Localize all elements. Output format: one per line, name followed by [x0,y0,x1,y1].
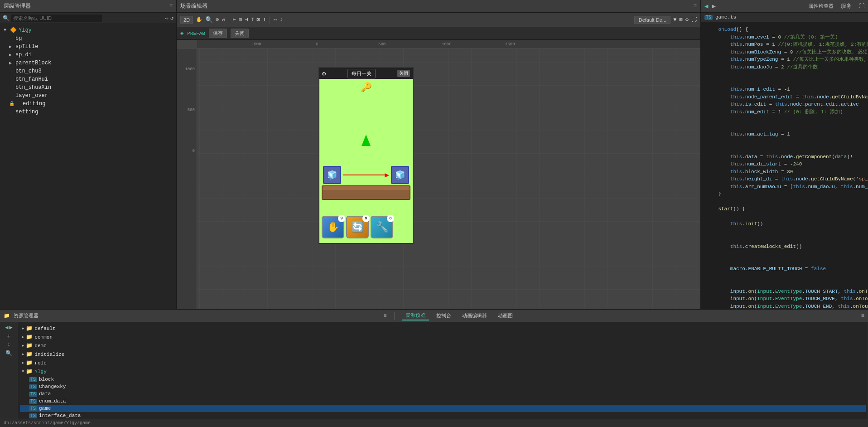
asset-item-ylgy[interactable]: ▼ 📁 Ylgy [20,367,866,376]
code-line-18: this.createBlocks_edit() [703,243,866,251]
code-line-20: input.on(Input.EventType.TOUCH_START, th… [703,288,866,296]
tab-animation-graph[interactable]: 动画图 [494,311,516,320]
tree-item-bg[interactable]: bg [0,34,176,43]
asset-item-role[interactable]: ▶ 📁 role [20,359,866,367]
rotate-icon[interactable]: ↺ [222,16,225,23]
tree-item-setting[interactable]: setting [0,108,176,116]
prefab-bar: ◈ PREFAB 保存 关闭 [177,27,700,40]
block-row: 🧊 ▶ 🧊 [323,166,409,184]
asset-item-common[interactable]: ▶ 📁 common [20,333,866,341]
prefab-label: PREFAB [187,31,205,36]
add-asset-icon[interactable]: + [7,333,10,340]
asset-label-data: data [39,391,51,397]
align-top-icon[interactable]: ⊤ [251,16,254,23]
bottom-path-bar: db:/assets/script/game/Ylgy/game [0,419,868,427]
tree-item-ylgy[interactable]: ▼🔶Ylgy [0,26,176,34]
align-right-icon[interactable]: ⊣ [245,16,248,23]
align-bottom-icon[interactable]: ⊥ [263,16,266,23]
asset-item-game[interactable]: TS game [20,405,866,412]
asset-item-block[interactable]: TS block [20,376,866,383]
prefab-close-btn[interactable]: 关闭 [231,29,249,38]
game-title-box: 每日一关 [347,69,376,78]
assets-menu-icon[interactable]: ≡ [383,313,386,319]
tree-label-layer-over: layer_over [15,92,48,99]
asset-label-changesky: ChangeSky [39,384,66,389]
asset-item-interface-data[interactable]: TS interface_data [20,412,866,419]
folder-icon-role: 📁 [26,359,33,366]
code-line-blank12 [703,258,866,266]
search-asset-icon[interactable]: 🔍 [5,350,12,357]
key-icon: 🔑 [361,82,372,93]
asset-item-initialize[interactable]: ▶ 📁 initialize [20,350,866,359]
tree-item-btn-fanhui[interactable]: btn_fanHui [0,75,176,83]
filename: game.ts [715,15,736,20]
asset-item-changesky[interactable]: TS ChangeSky [20,383,866,390]
hierarchy-icons: ≡ [169,3,173,10]
asset-item-default[interactable]: ▶ 📁 default [20,324,866,333]
tree-item-btn-shuaxin[interactable]: btn_shuaXin [0,83,176,92]
hierarchy-menu-icon[interactable]: ≡ [169,3,173,10]
inspector-title: 属性检查器 [809,3,834,10]
file-tab: TS game.ts [701,13,868,22]
tree-item-editing[interactable]: 🔒 editing [0,100,176,108]
tree-item-sp-di[interactable]: ▶sp_di [0,51,176,59]
tool-badge-1: 9 [338,215,345,222]
tab-console[interactable]: 控制台 [433,311,455,320]
asset-label-role: role [34,360,46,366]
align-mid-icon[interactable]: ⊠ [256,16,260,23]
nav-forward-icon[interactable]: ▶ [712,2,715,10]
default-preset-btn[interactable]: Default De... [634,16,670,24]
tab-animation-editor[interactable]: 动画编辑器 [458,311,491,320]
zoom-out-icon[interactable]: ⊖ [216,16,219,23]
bottom-menu-icon[interactable]: ≡ [861,313,864,319]
asset-label-block: block [39,377,54,382]
fullscreen-icon[interactable]: ⛶ [691,16,697,23]
scene-menu-icon[interactable]: ≡ [694,3,697,10]
code-line-5: this.num_daoJu = 2 //道具的个数 [703,63,866,71]
scene-viewport[interactable]: -500 0 500 1000 1500 1000 500 0 ⚙ 每日一 [177,40,700,309]
nav-forward-icon[interactable]: ▶ [10,324,13,331]
tab-assets-preview[interactable]: 资源预览 [402,311,429,320]
flip-v-icon[interactable]: ↕ [280,17,283,23]
tree-item-sptitle[interactable]: ▶spTitle [0,43,176,51]
preset-dropdown-icon[interactable]: ▼ [673,17,676,23]
path-nav: db:/assets/script/game/Ylgy/game [4,421,864,426]
assets-icon: 📁 [4,313,10,319]
align-center-icon[interactable]: ⊟ [239,16,242,23]
nav-back-icon[interactable]: ◀ [5,324,8,331]
ruler-mark-0: 0 [193,149,195,153]
code-line-7: this.node_parent_edit = this.node.getChi… [703,93,866,101]
tree-item-parentblock[interactable]: ▶parentBlock [0,59,176,67]
inspector-minimize-icon[interactable]: ⛶ [859,3,864,10]
code-line-3: this.numBlockZeng = 9 //每关比上一关多的块数, 必须是3… [703,49,866,56]
ts-badge-block: TS [29,377,37,382]
align-left-icon[interactable]: ⊢ [233,16,236,23]
refresh-icon[interactable]: ↺ [170,15,174,22]
scene-canvas-area[interactable]: ⚙ 每日一关 关闭 🔑 🧊 ▶ 🧊 [197,49,700,309]
nav-back-icon[interactable]: ◀ [704,2,708,10]
settings-icon[interactable]: ⚙ [685,16,689,23]
asset-item-enum-data[interactable]: TS enum_data [20,398,866,405]
tree-item-layer-over[interactable]: layer_over [0,92,176,100]
folder-icon-common: 📁 [26,334,33,340]
code-line-blank3 [703,116,866,123]
sort-icon[interactable]: ↕ [7,342,10,348]
prefab-save-btn[interactable]: 保存 [209,29,227,38]
hand-icon[interactable]: ✋ [196,16,203,23]
ruler-mark-500: 500 [378,42,386,47]
code-line-blank14 [703,280,866,288]
expand-icon[interactable]: ⇔ [165,15,169,22]
asset-item-data[interactable]: TS data [20,390,866,398]
mode-2d-btn[interactable]: 2D [180,16,193,24]
game-gear-icon: ⚙ [322,70,326,78]
ts-badge-data: TS [29,392,37,397]
flip-h-icon[interactable]: ↔ [274,17,277,23]
code-line-10: this.num_act_tag = 1 [703,131,866,138]
block-arrow-head: ▶ [385,170,389,180]
code-line-blank1 [703,71,866,78]
layout-icon[interactable]: ⊞ [680,16,683,23]
asset-item-demo[interactable]: ▶ 📁 demo [20,341,866,350]
hierarchy-search-input[interactable] [11,15,102,22]
tree-item-btn-chu3[interactable]: btn_chu3 [0,67,176,75]
zoom-in-icon[interactable]: 🔍 [205,16,213,24]
